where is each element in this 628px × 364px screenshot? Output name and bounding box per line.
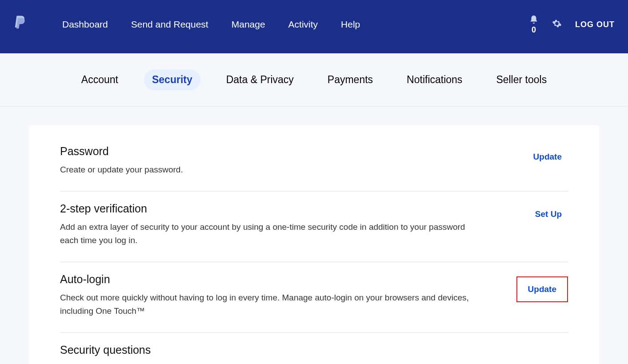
row-desc: Add an extra layer of security to your a… [60,220,469,247]
row-title: 2-step verification [60,202,469,215]
paypal-logo-icon[interactable] [13,16,27,33]
notifications-button[interactable]: 0 [529,15,539,35]
main-nav: Dashboard Send and Request Manage Activi… [62,19,529,30]
nav-activity[interactable]: Activity [288,19,318,30]
sub-nav: Account Security Data & Privacy Payments… [73,69,555,90]
tab-notifications[interactable]: Notifications [399,69,470,90]
security-settings-card: Password Create or update your password.… [29,125,599,364]
row-desc: Check out more quickly without having to… [60,291,469,317]
notification-count: 0 [532,25,536,35]
nav-dashboard[interactable]: Dashboard [62,19,108,30]
sub-header: Account Security Data & Privacy Payments… [0,53,628,107]
tab-data-privacy[interactable]: Data & Privacy [218,69,302,90]
tab-payments[interactable]: Payments [320,69,381,90]
row-desc: Create or update your password. [60,163,183,176]
tab-security[interactable]: Security [144,69,200,90]
settings-button[interactable] [552,19,562,30]
row-password: Password Create or update your password.… [60,143,568,192]
tab-seller-tools[interactable]: Seller tools [488,69,555,90]
logout-button[interactable]: LOG OUT [575,20,615,29]
2step-setup-link[interactable]: Set Up [529,206,568,223]
gear-icon [552,19,562,28]
row-2step: 2-step verification Add an extra layer o… [60,192,568,262]
nav-help[interactable]: Help [341,19,360,30]
row-title: Security questions [60,344,151,356]
row-auto-login: Auto-login Check out more quickly withou… [60,262,568,333]
header-right: 0 LOG OUT [529,15,615,35]
row-security-questions: Security questions [60,333,568,364]
auto-login-update-link[interactable]: Update [516,276,568,302]
top-header: Dashboard Send and Request Manage Activi… [0,0,628,53]
row-title: Auto-login [60,273,469,286]
row-title: Password [60,145,183,158]
bell-icon [529,15,539,24]
password-update-link[interactable]: Update [527,148,568,165]
nav-manage[interactable]: Manage [232,19,265,30]
tab-account[interactable]: Account [73,69,126,90]
nav-send-request[interactable]: Send and Request [131,19,208,30]
